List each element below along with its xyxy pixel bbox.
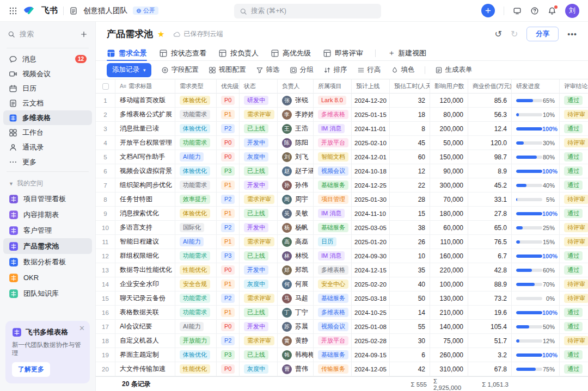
topbar: 飞书 创意猎人团队 公开 搜索 (⌘+K) 刘 — [0, 0, 588, 22]
user-avatar[interactable]: 刘 — [565, 4, 579, 18]
close-icon[interactable]: ✕ — [79, 324, 85, 332]
table-row[interactable]: 2 多维表格公式扩展 功能需求 P1 需求评审 李李婷婷 多维表格 2025-0… — [96, 108, 588, 122]
table-row[interactable]: 6 视频会议虚拟背景 体验优化 P3 已上线 赵赵子涵 视频会议 2024-10… — [96, 164, 588, 178]
table-row[interactable]: 9 消息搜索优化 体验优化 P1 已上线 吴吴敏 IM 消息 2024-11-1… — [96, 207, 588, 221]
toolbar-paint[interactable]: 填色 — [391, 65, 415, 75]
sidebar-item-calendar[interactable]: 日历 — [3, 81, 92, 96]
toolbar-squares[interactable]: 视图配置 — [209, 65, 246, 75]
sidebar-search[interactable]: 搜索 — [8, 27, 88, 41]
my-space-section[interactable]: ▼ 我的空间 — [0, 175, 95, 191]
toolbar-group[interactable]: 分组 — [290, 65, 314, 75]
space-item[interactable]: 项目管理看板 — [3, 191, 92, 207]
select-all-checkbox[interactable] — [96, 79, 115, 94]
row-number: 17 — [96, 320, 115, 334]
table-row[interactable]: 11 智能日程建议 AI能力 P1 需求评审 高高磊 日历 2025-01-20… — [96, 235, 588, 249]
cell-progress: 0% — [512, 291, 560, 306]
cell-owner: 苏苏晨 — [278, 320, 314, 334]
cell-project: 基础服务 — [314, 221, 352, 235]
column-header[interactable]: 预计上线 — [352, 79, 390, 94]
table-row[interactable]: 3 消息批量已读 体验优化 P2 已上线 王王浩 IM 消息 2024-11-0… — [96, 122, 588, 136]
sidebar-item-doc[interactable]: 云文档 — [3, 96, 92, 110]
sidebar-add-icon[interactable] — [80, 30, 88, 38]
space-item[interactable]: 产品需求池 — [3, 238, 92, 254]
column-header[interactable]: 影响用户数 — [430, 79, 468, 94]
table-footer: 20 条记录 Σ 555 Σ 2,925,000 Σ 1,051.3 — [96, 376, 588, 391]
sidebar-item-dots[interactable]: 更多 — [3, 154, 92, 169]
space-item[interactable]: 内容排期表 — [3, 207, 92, 222]
table-row[interactable]: 20 大文件传输加速 性能优化 P0 灰度中 曹曹伟 传输服务 2024-12-… — [96, 362, 588, 376]
table-row[interactable]: 15 聊天记录云备份 功能需求 P2 需求评审 马马超 基础服务 2025-03… — [96, 291, 588, 306]
column-header[interactable]: 需求类型 — [175, 79, 217, 94]
priority-tag: P1 — [221, 280, 235, 289]
table-row[interactable]: 4 开放平台权限管理 功能需求 P0 开发中 陈陈阳 开放平台 2025-02-… — [96, 136, 588, 150]
sidebar-item-bitable[interactable]: 多维表格 — [3, 110, 92, 125]
add-record-button[interactable]: 添加记录 ▾ — [107, 63, 151, 77]
sidebar-item-video[interactable]: 视频会议 — [3, 66, 92, 81]
view-tab[interactable]: 按状态查看 — [159, 46, 206, 60]
toolbar-field[interactable]: 字段配置 — [161, 65, 199, 75]
sidebar-item-person[interactable]: 通讯录 — [3, 140, 92, 154]
project-tag: 传输服务 — [318, 364, 348, 374]
share-button[interactable]: 分享 — [526, 27, 559, 41]
progress-bar — [516, 297, 542, 300]
table-row[interactable]: 14 企业安全水印 安全合规 P1 灰度中 何何展 安全中心 2025-02-2… — [96, 277, 588, 291]
toolbar-form[interactable]: 生成表单 — [435, 65, 473, 75]
space-item[interactable]: OKR — [3, 270, 92, 286]
space-item[interactable]: 团队知识库 — [3, 286, 92, 301]
view-tab[interactable]: 高优先级 — [271, 46, 311, 60]
space-item[interactable]: 数据分析看板 — [3, 254, 92, 270]
column-header[interactable]: A≡需求标题 — [115, 79, 175, 94]
cell-priority: P0 — [217, 320, 240, 334]
workspace-name[interactable]: 创意猎人团队 — [83, 6, 127, 16]
toolbar-sort[interactable]: 排序 — [323, 65, 347, 75]
cell-hours: 50 — [390, 291, 430, 306]
column-header[interactable]: 商业价值(万元) — [468, 79, 512, 94]
toolbar-rowh[interactable]: 行高 — [357, 65, 381, 75]
notification-bell-icon[interactable] — [548, 7, 556, 15]
cell-value: 98.7 — [468, 150, 512, 164]
global-search-input[interactable]: 搜索 (⌘+K) — [234, 4, 381, 18]
column-header[interactable]: 优先级 — [217, 79, 240, 94]
new-view-button[interactable]: ＋ 新建视图 — [388, 48, 426, 58]
cell-value: 56.3 — [468, 108, 512, 122]
help-icon[interactable] — [530, 7, 539, 15]
toolbar-filter[interactable]: 筛选 — [256, 65, 280, 75]
column-header[interactable]: 状态 — [240, 79, 278, 94]
divider — [63, 7, 64, 15]
cell-launch-date: 2025-01-08 — [352, 320, 390, 334]
redo-icon[interactable]: ↻ — [511, 29, 518, 39]
cell-review: 通过 — [560, 207, 588, 221]
desktop-client-icon[interactable] — [513, 7, 522, 15]
table-row[interactable]: 10 多语言支持 国际化 P2 开发中 杨杨帆 基础服务 2025-03-05 … — [96, 221, 588, 235]
sidebar-item-message[interactable]: 消息12 — [3, 52, 92, 66]
table-row[interactable]: 12 群组权限细化 功能需求 P3 已上线 林林悦 IM 消息 2024-09-… — [96, 249, 588, 263]
create-button[interactable] — [481, 4, 495, 17]
column-header[interactable]: 研发进度 — [512, 79, 560, 94]
sidebar-item-squares[interactable]: 工作台 — [3, 125, 92, 140]
table-row[interactable]: 17 AI会议纪要 AI能力 P0 开发中 苏苏晨 视频会议 2025-01-0… — [96, 320, 588, 334]
undo-icon[interactable]: ↺ — [494, 29, 501, 39]
more-menu-icon[interactable]: ••• — [567, 30, 577, 39]
table-row[interactable]: 1 移动端首页改版 体验优化 P0 研发中 张张锐 Lark 8.0 2024-… — [96, 94, 588, 108]
cell-progress: 30% — [512, 136, 560, 150]
table-row[interactable]: 13 数据导出性能优化 性能优化 P0 开发中 郑郑凯 多维表格 2024-12… — [96, 263, 588, 277]
table-row[interactable]: 18 自定义机器人 开放能力 P2 需求评审 黄黄静 开放平台 2025-02-… — [96, 334, 588, 348]
learn-more-button[interactable]: 了解更多 — [12, 362, 50, 377]
column-header[interactable]: 负责人 — [278, 79, 314, 94]
table-row[interactable]: 19 界面主题定制 体验优化 P3 已上线 韩韩梅梅 基础服务 2024-09-… — [96, 348, 588, 362]
table-row[interactable]: 16 表格数据关联 功能需求 P1 已上线 丁丁宁 多维表格 2024-10-2… — [96, 306, 588, 320]
table-row[interactable]: 5 文档AI写作助手 AI能力 P0 灰度中 刘刘飞 智能文档 2024-12-… — [96, 150, 588, 164]
app-launcher-icon[interactable] — [9, 7, 17, 15]
table-row[interactable]: 7 组织架构同步优化 功能需求 P1 开发中 孙孙伟 基础服务 2024-12-… — [96, 178, 588, 193]
brand-name: 飞书 — [41, 5, 58, 16]
table-row[interactable]: 8 任务甘特图 效率提升 P2 需求评审 周周宇 项目管理 2025-01-30… — [96, 193, 588, 207]
column-header[interactable]: 所属项目 — [314, 79, 352, 94]
view-tab[interactable]: 需求全景 — [107, 46, 147, 60]
view-tab[interactable]: 按负责人 — [218, 46, 259, 60]
column-header[interactable]: 评审结论 — [560, 79, 588, 94]
favorite-star-icon[interactable]: ★ — [157, 29, 164, 39]
space-item[interactable]: 客户管理 — [3, 222, 92, 238]
public-badge: 公开 — [133, 7, 158, 15]
column-header[interactable]: 预估工时(人天) — [390, 79, 430, 94]
view-tab[interactable]: 即将评审 — [323, 46, 363, 60]
